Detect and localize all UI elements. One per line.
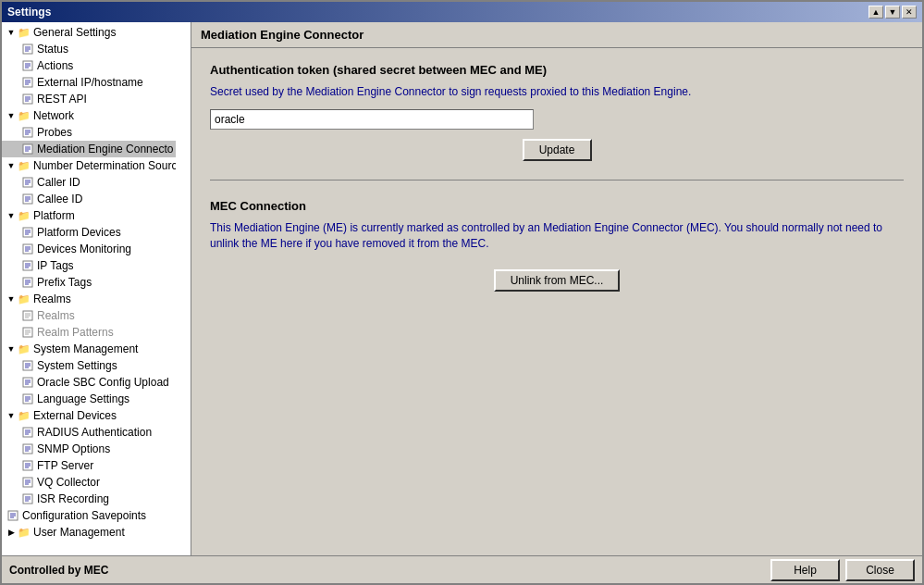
sidebar-item-caller-id[interactable]: Caller ID bbox=[2, 174, 176, 191]
panel-header: Mediation Engine Connector bbox=[191, 22, 922, 48]
sidebar-item-realms-parent[interactable]: ▼ 📁 Realms bbox=[2, 291, 176, 307]
sidebar-label-snmp-options: SNMP Options bbox=[37, 442, 110, 455]
sidebar-item-isr-recording[interactable]: ISR Recording bbox=[2, 491, 176, 507]
expand-icon-nds: ▼ bbox=[6, 160, 17, 171]
auth-token-description: Secret used by the Mediation Engine Conn… bbox=[210, 84, 904, 100]
footer: Controlled by MEC Help Close bbox=[2, 555, 922, 583]
expand-icon-platform: ▼ bbox=[6, 210, 17, 221]
sidebar-item-user-management[interactable]: ▶ 📁 User Management bbox=[2, 524, 176, 541]
sidebar-item-probes[interactable]: Probes bbox=[2, 124, 176, 141]
sidebar-item-rest-api[interactable]: REST API bbox=[2, 91, 176, 107]
doc-icon-callee-id bbox=[20, 193, 35, 205]
sidebar-label-ip-tags: IP Tags bbox=[37, 259, 74, 272]
doc-icon-realms-child bbox=[20, 310, 35, 321]
sidebar-item-ip-tags[interactable]: IP Tags bbox=[2, 257, 176, 274]
expand-icon-external-devices: ▼ bbox=[6, 410, 17, 421]
folder-open-icon-nds: 📁 bbox=[17, 160, 31, 171]
mec-connection-section: MEC Connection This Mediation Engine (ME… bbox=[210, 199, 904, 292]
main-content: ▼ 📁 General Settings Status Actions bbox=[2, 22, 922, 555]
sidebar-label-isr-recording: ISR Recording bbox=[37, 492, 109, 505]
sidebar-item-general-settings[interactable]: ▼ 📁 General Settings bbox=[2, 24, 176, 41]
doc-icon-isr-recording bbox=[20, 493, 35, 504]
doc-icon-config-savepoints bbox=[6, 510, 20, 521]
sidebar-item-snmp-options[interactable]: SNMP Options bbox=[2, 441, 176, 457]
sidebar-label-realm-patterns: Realm Patterns bbox=[37, 326, 114, 339]
folder-open-icon: 📁 bbox=[17, 27, 31, 38]
sidebar-item-configuration-savepoints[interactable]: Configuration Savepoints bbox=[2, 507, 176, 524]
sidebar-item-vq-collector[interactable]: VQ Collector bbox=[2, 474, 176, 491]
sidebar-item-prefix-tags[interactable]: Prefix Tags bbox=[2, 274, 176, 291]
folder-open-icon-network: 📁 bbox=[17, 110, 31, 121]
folder-open-icon-system-management: 📁 bbox=[17, 343, 31, 355]
sidebar-item-actions[interactable]: Actions bbox=[2, 57, 176, 74]
footer-status: Controlled by MEC bbox=[9, 564, 108, 577]
unlink-mec-button[interactable]: Unlink from MEC... bbox=[494, 269, 621, 292]
sidebar-label-actions: Actions bbox=[37, 59, 73, 72]
doc-icon-platform-devices bbox=[20, 227, 35, 238]
sidebar-label-nds: Number Determination Source bbox=[33, 159, 176, 172]
sidebar-item-system-management[interactable]: ▼ 📁 System Management bbox=[2, 341, 176, 357]
window-title: Settings bbox=[7, 6, 51, 19]
close-button[interactable]: ✕ bbox=[902, 6, 917, 19]
sidebar-label-oracle-sbc: Oracle SBC Config Upload bbox=[37, 376, 169, 389]
sidebar-item-external-devices[interactable]: ▼ 📁 External Devices bbox=[2, 407, 176, 424]
sidebar-item-status[interactable]: Status bbox=[2, 41, 176, 57]
minimize-button[interactable]: ▲ bbox=[869, 6, 883, 19]
sidebar-item-platform[interactable]: ▼ 📁 Platform bbox=[2, 207, 176, 224]
sidebar-label-ftp-server: FTP Server bbox=[37, 459, 93, 472]
sidebar-item-language-settings[interactable]: Language Settings bbox=[2, 391, 176, 407]
sidebar-item-ftp-server[interactable]: FTP Server bbox=[2, 457, 176, 474]
sidebar[interactable]: ▼ 📁 General Settings Status Actions bbox=[2, 22, 191, 555]
sidebar-label-configuration-savepoints: Configuration Savepoints bbox=[22, 509, 146, 522]
sidebar-label-rest-api: REST API bbox=[37, 93, 87, 106]
doc-icon-snmp-options bbox=[20, 443, 35, 454]
sidebar-item-external-ip[interactable]: External IP/hostname bbox=[2, 74, 176, 91]
update-button[interactable]: Update bbox=[523, 139, 592, 161]
doc-icon-probes bbox=[20, 127, 35, 138]
auth-token-section: Authentication token (shared secret betw… bbox=[210, 63, 904, 161]
sidebar-label-callee-id: Callee ID bbox=[37, 193, 82, 205]
maximize-button[interactable]: ▼ bbox=[885, 6, 900, 19]
auth-token-input[interactable] bbox=[210, 109, 534, 130]
sidebar-item-devices-monitoring[interactable]: Devices Monitoring bbox=[2, 241, 176, 257]
sidebar-item-oracle-sbc[interactable]: Oracle SBC Config Upload bbox=[2, 374, 176, 391]
sidebar-label-status: Status bbox=[37, 43, 68, 56]
sidebar-label-general-settings: General Settings bbox=[33, 26, 116, 39]
help-button[interactable]: Help bbox=[770, 559, 840, 581]
doc-icon-caller-id bbox=[20, 177, 35, 188]
expand-icon: ▼ bbox=[6, 27, 17, 38]
sidebar-item-system-settings[interactable]: System Settings bbox=[2, 357, 176, 374]
sidebar-label-realms-parent: Realms bbox=[33, 292, 71, 305]
doc-icon-language-settings bbox=[20, 393, 35, 405]
close-button[interactable]: Close bbox=[845, 559, 915, 581]
sidebar-label-realms-child: Realms bbox=[37, 309, 75, 322]
panel-body: Authentication token (shared secret betw… bbox=[191, 48, 922, 555]
doc-icon-vq-collector bbox=[20, 477, 35, 488]
sidebar-item-network[interactable]: ▼ 📁 Network bbox=[2, 107, 176, 124]
expand-icon-user-management: ▶ bbox=[6, 527, 17, 538]
doc-icon-actions bbox=[20, 60, 35, 71]
title-bar: Settings ▲ ▼ ✕ bbox=[2, 2, 922, 22]
sidebar-label-system-settings: System Settings bbox=[37, 359, 117, 372]
sidebar-item-platform-devices[interactable]: Platform Devices bbox=[2, 224, 176, 241]
settings-window: Settings ▲ ▼ ✕ ▼ 📁 General Settings bbox=[0, 0, 924, 585]
title-bar-buttons: ▲ ▼ ✕ bbox=[869, 6, 917, 19]
right-panel: Mediation Engine Connector Authenticatio… bbox=[191, 22, 922, 555]
doc-icon-mec bbox=[20, 143, 35, 155]
expand-icon-realms: ▼ bbox=[6, 293, 17, 305]
section-separator bbox=[210, 180, 904, 180]
sidebar-label-vq-collector: VQ Collector bbox=[37, 476, 100, 489]
sidebar-item-realms-child[interactable]: Realms bbox=[2, 307, 176, 324]
sidebar-item-callee-id[interactable]: Callee ID bbox=[2, 191, 176, 207]
sidebar-item-mediation-engine-connector[interactable]: Mediation Engine Connecto bbox=[2, 141, 176, 157]
sidebar-item-radius-authentication[interactable]: RADIUS Authentication bbox=[2, 424, 176, 441]
panel-title: Mediation Engine Connector bbox=[201, 28, 363, 42]
folder-open-icon-realms: 📁 bbox=[17, 293, 31, 305]
tree: ▼ 📁 General Settings Status Actions bbox=[2, 22, 176, 542]
sidebar-label-radius-authentication: RADIUS Authentication bbox=[37, 426, 152, 439]
sidebar-item-realm-patterns[interactable]: Realm Patterns bbox=[2, 324, 176, 341]
sidebar-label-devices-monitoring: Devices Monitoring bbox=[37, 243, 131, 255]
doc-icon-rest-api bbox=[20, 93, 35, 105]
doc-icon-system-settings bbox=[20, 360, 35, 371]
sidebar-item-number-determination[interactable]: ▼ 📁 Number Determination Source bbox=[2, 157, 176, 174]
